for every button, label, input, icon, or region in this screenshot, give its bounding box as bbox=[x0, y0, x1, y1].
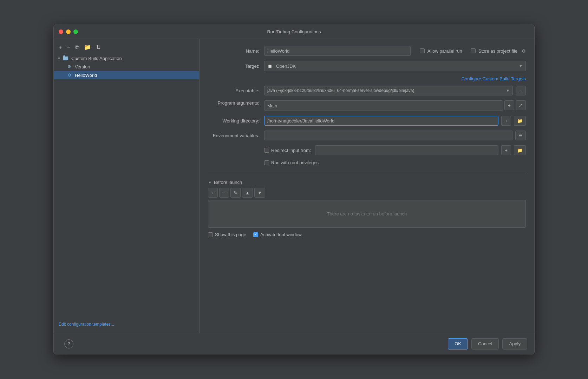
env-vars-input[interactable] bbox=[264, 131, 512, 140]
main-window: Run/Debug Configurations + − ⧉ 📁 ⇅ ▼ bbox=[53, 25, 535, 354]
sidebar-bottom: Edit configuration templates... bbox=[54, 318, 199, 330]
working-dir-add-button[interactable]: + bbox=[501, 116, 511, 126]
redirect-input-label[interactable]: Redirect input from: bbox=[264, 148, 311, 153]
before-launch-up-button[interactable]: ▲ bbox=[242, 188, 253, 198]
right-panel: Name: HelloWorld Allow parallel run Stor… bbox=[200, 39, 534, 333]
target-row: Target: 🔲 OpenJDK ▼ bbox=[208, 61, 526, 71]
target-label: Target: bbox=[208, 64, 264, 69]
chevron-down-icon: ▼ bbox=[519, 64, 523, 68]
show-page-checkbox[interactable] bbox=[208, 232, 213, 237]
window-title: Run/Debug Configurations bbox=[267, 29, 321, 34]
program-args-label: Program arguments: bbox=[208, 100, 264, 106]
executable-dropdown[interactable]: java (~/jdk-jdk8-b120/build/linux-x86_64… bbox=[264, 86, 513, 95]
executable-browse-button[interactable]: ... bbox=[516, 86, 526, 95]
program-args-expand-button[interactable]: ⤢ bbox=[516, 100, 526, 110]
sidebar-toolbar: + − ⧉ 📁 ⇅ bbox=[54, 42, 199, 54]
configure-row: Configure Custom Build Targets bbox=[208, 76, 526, 81]
env-vars-edit-button[interactable]: ☰ bbox=[515, 131, 526, 140]
help-button[interactable]: ? bbox=[64, 339, 73, 348]
before-launch-empty-text: There are no tasks to run before launch bbox=[327, 211, 407, 217]
show-page-label: Show this page bbox=[215, 232, 246, 237]
target-dropdown[interactable]: 🔲 OpenJDK ▼ bbox=[264, 61, 526, 71]
chevron-down-icon: ▼ bbox=[57, 56, 61, 60]
folder-config-button[interactable]: 📁 bbox=[83, 43, 92, 51]
before-launch-add-button[interactable]: + bbox=[208, 188, 218, 198]
name-control: HelloWorld Allow parallel run Store as p… bbox=[264, 46, 526, 56]
env-vars-row: Environment variables: ☰ bbox=[208, 131, 526, 140]
tree-item-version-label: Version bbox=[75, 64, 90, 69]
allow-parallel-label[interactable]: Allow parallel run bbox=[420, 48, 462, 54]
activate-tool-checkbox[interactable] bbox=[253, 232, 258, 237]
program-args-input[interactable]: Main bbox=[264, 101, 503, 111]
before-launch-chevron: ▼ bbox=[208, 180, 212, 185]
program-args-add-button[interactable]: + bbox=[504, 100, 514, 110]
redirect-folder-button[interactable]: 📁 bbox=[514, 145, 526, 155]
activate-tool-label: Activate tool window bbox=[260, 232, 302, 237]
tree-root-label: Custom Build Application bbox=[71, 56, 122, 61]
name-label: Name: bbox=[208, 48, 264, 54]
run-root-text: Run with root privileges bbox=[271, 160, 319, 165]
add-config-button[interactable]: + bbox=[57, 44, 63, 51]
ok-button[interactable]: OK bbox=[448, 338, 468, 350]
main-content: + − ⧉ 📁 ⇅ ▼ Custom Build Application bbox=[54, 39, 534, 333]
divider bbox=[208, 174, 526, 174]
gear-icon[interactable]: ⚙ bbox=[522, 48, 526, 54]
redirect-input-control: Redirect input from: + 📁 bbox=[264, 145, 526, 155]
name-row: Name: HelloWorld Allow parallel run Stor… bbox=[208, 46, 526, 56]
tree-item-helloworld-label: HelloWorld bbox=[75, 73, 97, 78]
before-launch-title: Before launch bbox=[214, 180, 242, 185]
target-value: OpenJDK bbox=[276, 64, 296, 69]
store-as-project-checkbox[interactable] bbox=[471, 48, 476, 53]
working-dir-input[interactable]: /home/nagocoler/JavaHelloWorld bbox=[264, 116, 498, 126]
close-button[interactable] bbox=[59, 29, 63, 34]
activate-tool-option[interactable]: Activate tool window bbox=[253, 232, 302, 237]
sort-config-button[interactable]: ⇅ bbox=[94, 43, 102, 51]
redirect-browse-button[interactable]: + bbox=[501, 145, 511, 155]
executable-value: java (~/jdk-jdk8-b120/build/linux-x86_64… bbox=[267, 88, 414, 93]
program-args-row: Program arguments: Main + ⤢ bbox=[208, 100, 526, 111]
tree-root-item[interactable]: ▼ Custom Build Application bbox=[54, 54, 199, 62]
minimize-button[interactable] bbox=[66, 29, 71, 34]
program-args-field: Main bbox=[264, 100, 503, 111]
folder-icon: 📁 bbox=[84, 44, 91, 50]
footer-left: ? bbox=[64, 339, 73, 348]
target-control: 🔲 OpenJDK ▼ bbox=[264, 61, 526, 71]
sort-icon: ⇅ bbox=[96, 44, 100, 50]
before-launch-edit-button[interactable]: ✎ bbox=[230, 188, 241, 198]
before-launch-section: ▼ Before launch + − ✎ ▲ ▼ There are no t… bbox=[208, 180, 526, 228]
executable-control: java (~/jdk-jdk8-b120/build/linux-x86_64… bbox=[264, 86, 526, 95]
allow-parallel-checkbox[interactable] bbox=[420, 48, 425, 53]
show-page-option[interactable]: Show this page bbox=[208, 232, 246, 237]
name-input[interactable]: HelloWorld bbox=[264, 46, 411, 56]
maximize-button[interactable] bbox=[73, 29, 78, 34]
run-root-label[interactable]: Run with root privileges bbox=[264, 160, 319, 165]
folder-icon bbox=[63, 55, 68, 61]
tree-item-version[interactable]: ⚙ Version bbox=[54, 62, 199, 71]
run-root-checkbox[interactable] bbox=[264, 160, 269, 165]
tree-item-helloworld[interactable]: ⚙ HelloWorld bbox=[54, 71, 199, 79]
env-vars-label: Environment variables: bbox=[208, 133, 264, 138]
store-as-project-label[interactable]: Store as project file ⚙ bbox=[471, 48, 526, 54]
copy-config-button[interactable]: ⧉ bbox=[74, 44, 80, 51]
working-dir-label: Working directory: bbox=[208, 118, 264, 124]
executable-label: Executable: bbox=[208, 88, 264, 93]
footer-bar: ? OK Cancel Apply bbox=[54, 333, 534, 354]
run-root-row: Run with root privileges bbox=[208, 160, 526, 165]
redirect-input-text: Redirect input from: bbox=[271, 148, 311, 153]
env-vars-control: ☰ bbox=[264, 131, 526, 140]
redirect-input-field[interactable] bbox=[315, 145, 498, 155]
redirect-input-checkbox[interactable] bbox=[264, 148, 269, 153]
before-launch-down-button[interactable]: ▼ bbox=[254, 188, 265, 198]
configure-custom-build-link[interactable]: Configure Custom Build Targets bbox=[462, 76, 526, 81]
titlebar: Run/Debug Configurations bbox=[54, 25, 534, 39]
redirect-input-row: Redirect input from: + 📁 bbox=[208, 145, 526, 155]
chevron-down-icon: ▼ bbox=[506, 88, 510, 93]
program-args-control: Main + ⤢ bbox=[264, 100, 526, 111]
edit-templates-link[interactable]: Edit configuration templates... bbox=[59, 322, 114, 327]
before-launch-remove-button[interactable]: − bbox=[219, 188, 229, 198]
cancel-button[interactable]: Cancel bbox=[471, 338, 499, 350]
store-as-project-text: Store as project file bbox=[478, 48, 517, 54]
apply-button[interactable]: Apply bbox=[502, 338, 527, 350]
working-dir-browse-button[interactable]: 📁 bbox=[514, 116, 526, 126]
remove-config-button[interactable]: − bbox=[65, 44, 71, 51]
